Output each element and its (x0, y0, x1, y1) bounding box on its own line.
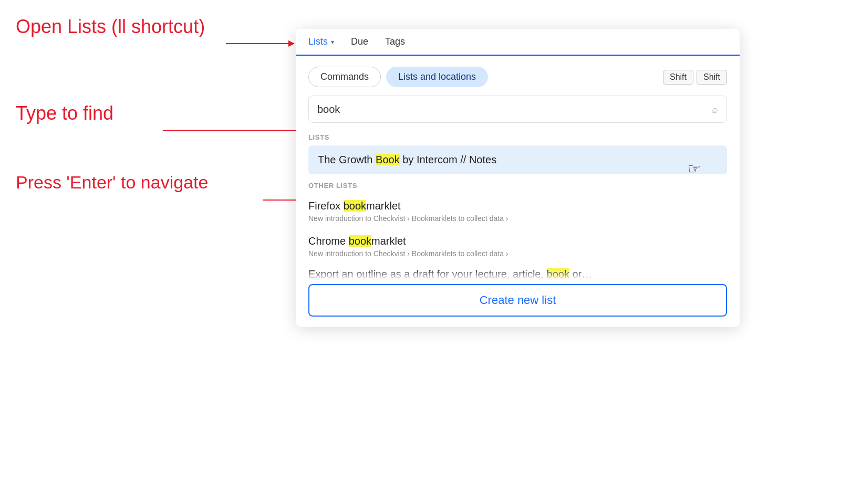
annotation-press-enter: Press 'Enter' to navigate (16, 172, 208, 193)
highlighted-list-item[interactable]: The Growth Book by Intercom // Notes ☞ (308, 145, 727, 174)
annotation-type-to-find: Type to find (16, 102, 113, 124)
search-area: book ⌕ (296, 93, 740, 131)
list-item-chrome[interactable]: Chrome bookmarklet New introduction to C… (296, 229, 740, 264)
firefox-item-breadcrumb: New introduction to Checkvist › Bookmark… (308, 214, 727, 223)
highlight-book-chrome: book (349, 235, 371, 247)
arrow-2 (163, 130, 313, 131)
search-input-value: book (317, 103, 712, 116)
chrome-item-breadcrumb: New introduction to Checkvist › Bookmark… (308, 249, 727, 258)
create-new-list-button[interactable]: Create new list (308, 284, 727, 317)
firefox-item-title: Firefox bookmarklet (308, 200, 727, 212)
highlight-book: Book (376, 154, 400, 165)
nav-tags[interactable]: Tags (383, 29, 407, 55)
other-lists-section-label: OTHER LISTS (296, 180, 740, 194)
highlight-book-firefox: book (344, 200, 366, 212)
search-box[interactable]: book ⌕ (308, 96, 727, 123)
kbd-shift-2: Shift (697, 70, 727, 85)
tab-commands[interactable]: Commands (308, 67, 381, 87)
cursor-hand-icon: ☞ (688, 160, 701, 177)
partial-item-title: Export an outline as a draft for your le… (308, 268, 727, 280)
chevron-down-icon: ▾ (331, 38, 334, 46)
list-item-firefox[interactable]: Firefox bookmarklet New introduction to … (296, 194, 740, 229)
chrome-item-title: Chrome bookmarklet (308, 235, 727, 247)
arrow-1 (226, 43, 294, 44)
search-icon: ⌕ (712, 103, 718, 116)
nav-lists[interactable]: Lists ▾ (306, 29, 336, 56)
lists-section-label: LISTS (296, 131, 740, 145)
kbd-shift-1: Shift (663, 70, 693, 85)
shortcut-keys: Shift Shift (663, 70, 727, 85)
nav-due[interactable]: Due (349, 29, 370, 55)
main-panel: Lists ▾ Due Tags Commands Lists and loca… (296, 29, 740, 327)
annotation-open-lists: Open Lists (ll shortcut) (16, 16, 205, 38)
highlight-book-partial: book (547, 268, 569, 280)
nav-bar: Lists ▾ Due Tags (296, 29, 740, 56)
tab-lists-and-locations[interactable]: Lists and locations (386, 67, 488, 87)
tab-area: Commands Lists and locations Shift Shift (296, 56, 740, 93)
list-item-partial[interactable]: Export an outline as a draft for your le… (296, 264, 740, 280)
highlighted-item-text: The Growth Book by Intercom // Notes (318, 154, 496, 165)
